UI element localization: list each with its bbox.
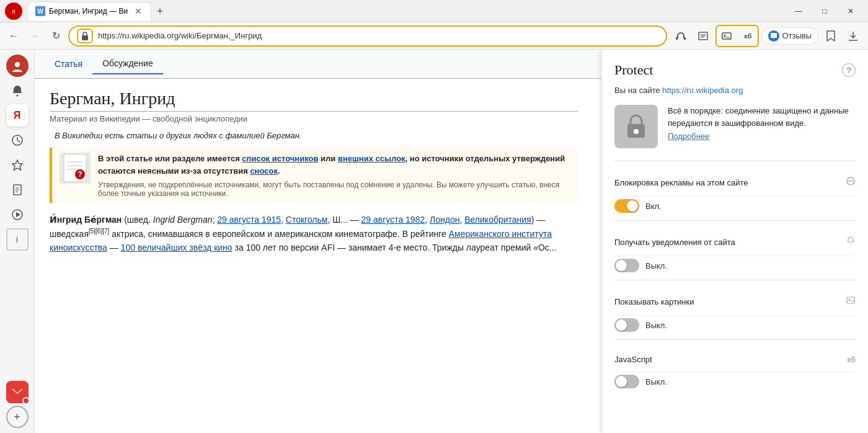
images-toggle-row: Выкл. (614, 318, 856, 332)
link-london[interactable]: Лондон (430, 215, 459, 225)
forward-button[interactable]: → (26, 27, 43, 45)
download-button[interactable] (843, 26, 863, 46)
ad-block-icon (846, 176, 856, 189)
address-text[interactable]: https://ru.wikipedia.org/wiki/Бергман,_И… (98, 31, 658, 40)
link-deathdate[interactable]: 29 августа 1982 (361, 215, 425, 225)
translate-label: кб (744, 32, 751, 40)
bookmark-button[interactable] (821, 26, 841, 46)
ad-block-toggle-row: Вкл. (614, 199, 856, 213)
refresh-button[interactable]: ↻ (47, 27, 64, 45)
sidebar-mail-icon[interactable] (6, 381, 29, 403)
notice-link-footnotes[interactable]: сносок (250, 166, 278, 176)
sidebar-clock-icon[interactable] (6, 129, 29, 151)
notifications-toggle-row: Выкл. (614, 259, 856, 272)
sidebar-doc-icon[interactable] (6, 179, 29, 201)
protect-site-link[interactable]: https://ru.wikipedia.org (662, 86, 743, 95)
notice-link-sources[interactable]: список источников (242, 154, 318, 163)
svg-rect-4 (82, 35, 88, 40)
content-area: Статья Обсуждение Вы не представил Читат… (35, 50, 868, 433)
download-icon (848, 30, 859, 42)
bookmark-icon (826, 30, 836, 42)
close-button[interactable]: ✕ (838, 2, 863, 20)
svg-point-15 (16, 95, 18, 97)
translate-icons-highlighted: кб (715, 25, 759, 47)
new-tab-button[interactable]: + (151, 3, 169, 20)
images-toggle[interactable] (614, 318, 639, 332)
wiki-notice: ? В этой статье или разделе имеется спис… (50, 148, 578, 203)
protect-title: Protect (614, 62, 653, 78)
notice-sources: Утверждения, не подкреплённые источникам… (98, 181, 570, 198)
notifications-toggle[interactable] (614, 259, 639, 272)
protect-more-link[interactable]: Подробнее (668, 132, 856, 141)
javascript-row: JavaScript кб (614, 347, 856, 372)
svg-text:?: ? (78, 170, 82, 179)
ad-block-toggle[interactable] (614, 199, 639, 213)
user-avatar[interactable] (6, 55, 29, 77)
sidebar-info-icon[interactable]: i (6, 228, 29, 251)
notice-icon: ? (60, 153, 91, 184)
protect-site-prefix: Вы на сайте (614, 86, 662, 95)
minimize-button[interactable]: — (786, 2, 811, 20)
reviews-label: Отзывы (782, 31, 812, 40)
images-knob (616, 319, 627, 331)
svg-marker-19 (12, 160, 22, 170)
reviews-bubble-icon (768, 30, 779, 42)
main-layout: Я i + Статья Обсуждение (0, 50, 868, 433)
sidebar-add-button[interactable]: + (6, 406, 29, 428)
lock-icon-wrap (77, 29, 93, 43)
svg-point-14 (15, 62, 20, 67)
link-stockholm[interactable]: Стокгольм (286, 215, 328, 225)
notice-link-external[interactable]: внешних ссылок (338, 154, 405, 163)
protect-security-text: Всё в порядке: соединение защищено и дан… (668, 105, 856, 129)
svg-text:я: я (12, 8, 15, 15)
svg-rect-37 (847, 297, 854, 303)
tab-close-button[interactable]: ✕ (133, 6, 143, 16)
maximize-button[interactable]: □ (812, 2, 837, 20)
svg-rect-26 (11, 387, 24, 397)
reader-icon (698, 30, 709, 42)
javascript-section: JavaScript кб Выкл. (614, 347, 856, 388)
images-section: Показывать картинки Выкл. (614, 288, 856, 332)
link-100stars[interactable]: 100 величайших звёзд кино (121, 243, 232, 252)
javascript-toggle-row: Выкл. (614, 375, 856, 388)
protect-help-button[interactable]: ? (842, 63, 856, 77)
active-tab[interactable]: W Бергман, Ингрид — Ви ✕ (27, 2, 151, 20)
browser-logo: я (5, 2, 22, 20)
notifications-icon (846, 236, 856, 248)
sidebar-bell-icon[interactable] (6, 79, 29, 102)
reviews-button[interactable]: Отзывы (761, 27, 818, 45)
images-icon (846, 295, 856, 308)
sidebar-star-icon[interactable] (6, 154, 29, 176)
back-button[interactable]: ← (5, 27, 22, 45)
headphone-icon-button[interactable] (671, 26, 691, 46)
ad-block-state: Вкл. (645, 202, 662, 211)
svg-rect-5 (676, 37, 678, 40)
wiki-subtitle: Материал из Википедии — свободной энцикл… (50, 114, 578, 123)
address-bar: ← → ↻ https://ru.wikipedia.org/wiki/Берг… (0, 22, 868, 50)
link-uk[interactable]: Великобритания (464, 215, 531, 225)
sidebar-play-icon[interactable] (6, 203, 29, 226)
address-input-wrapper[interactable]: https://ru.wikipedia.org/wiki/Бергман,_И… (68, 25, 667, 47)
image-icon-button[interactable] (717, 26, 737, 46)
sidebar-yandex-icon[interactable]: Я (6, 104, 29, 127)
protect-lock-icon (614, 105, 658, 148)
ad-block-knob (627, 200, 638, 212)
toolbar-icons: кб Отзывы (671, 25, 863, 47)
translate-button[interactable]: кб (738, 26, 758, 46)
image-icon (721, 30, 732, 42)
images-row: Показывать картинки (614, 288, 856, 316)
notice-text: В этой статье или разделе имеется список… (98, 153, 570, 177)
wiki-body: И́нгрид Бе́ргман (швед. Ingrid Bergman; … (50, 213, 578, 255)
javascript-toggle[interactable] (614, 375, 639, 388)
protect-divider-4 (614, 339, 856, 340)
javascript-label: JavaScript (614, 355, 843, 364)
headphone-icon (675, 30, 686, 42)
link-birthdate[interactable]: 29 августа 1915 (217, 215, 281, 225)
reader-mode-button[interactable] (693, 26, 713, 46)
tab-article[interactable]: Статья (45, 53, 92, 74)
javascript-knob (616, 376, 627, 387)
tab-title: Бергман, Ингрид — Ви (49, 7, 130, 16)
svg-marker-25 (16, 212, 20, 217)
tab-discussion[interactable]: Обсуждение (92, 53, 163, 74)
protect-panel: Protect ? Вы на сайте https://ru.wikiped… (601, 50, 868, 433)
